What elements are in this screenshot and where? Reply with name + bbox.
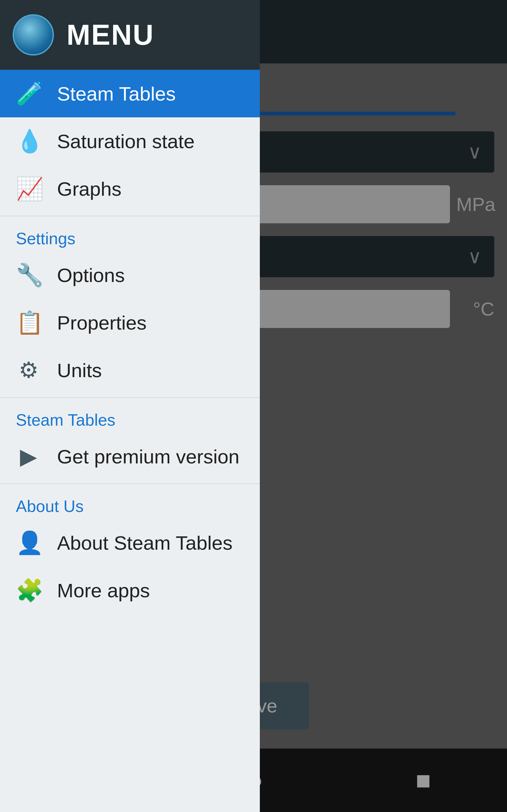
menu-logo (13, 14, 54, 55)
sidebar-item-units[interactable]: ⚙ Units (0, 346, 260, 394)
about-us-section-label: About Us (0, 487, 260, 519)
drawer-header: MENU (0, 0, 260, 70)
sidebar-item-graphs[interactable]: 📈 Graphs (0, 165, 260, 212)
sidebar-item-about[interactable]: 👤 About Steam Tables (0, 519, 260, 566)
flask-icon: 🧪 (16, 81, 41, 107)
droplet-icon: 💧 (16, 128, 41, 154)
clipboard-icon: 📋 (16, 310, 41, 336)
more-apps-label: More apps (57, 579, 150, 602)
divider-3 (0, 484, 260, 484)
steam-tables-label: Steam Tables (57, 83, 176, 105)
divider-1 (0, 216, 260, 216)
drawer-body: 🧪 Steam Tables 💧 Saturation state 📈 Grap… (0, 70, 260, 812)
sidebar-item-saturation-state[interactable]: 💧 Saturation state (0, 117, 260, 165)
saturation-state-label: Saturation state (57, 130, 194, 153)
premium-label: Get premium version (57, 445, 239, 468)
steam-tables-section-label: Steam Tables (0, 401, 260, 433)
graph-icon: 📈 (16, 176, 41, 202)
drawer: MENU 🧪 Steam Tables 💧 Saturation state 📈… (0, 0, 260, 812)
person-icon: 👤 (16, 530, 41, 556)
wrench-icon: 🔧 (16, 262, 41, 288)
sidebar-item-steam-tables[interactable]: 🧪 Steam Tables (0, 70, 260, 117)
dots-icon: ⚙ (16, 357, 41, 383)
sidebar-item-options[interactable]: 🔧 Options (0, 251, 260, 299)
properties-label: Properties (57, 311, 147, 334)
menu-title: MENU (66, 19, 154, 51)
graphs-label: Graphs (57, 177, 121, 200)
sidebar-item-properties[interactable]: 📋 Properties (0, 299, 260, 346)
settings-section-label: Settings (0, 219, 260, 251)
sidebar-item-more-apps[interactable]: 🧩 More apps (0, 566, 260, 614)
units-label: Units (57, 359, 102, 382)
divider-2 (0, 397, 260, 398)
play-icon: ▶ (16, 444, 41, 469)
puzzle-icon: 🧩 (16, 577, 41, 603)
about-label: About Steam Tables (57, 531, 233, 554)
options-label: Options (57, 264, 125, 287)
sidebar-item-premium[interactable]: ▶ Get premium version (0, 433, 260, 480)
